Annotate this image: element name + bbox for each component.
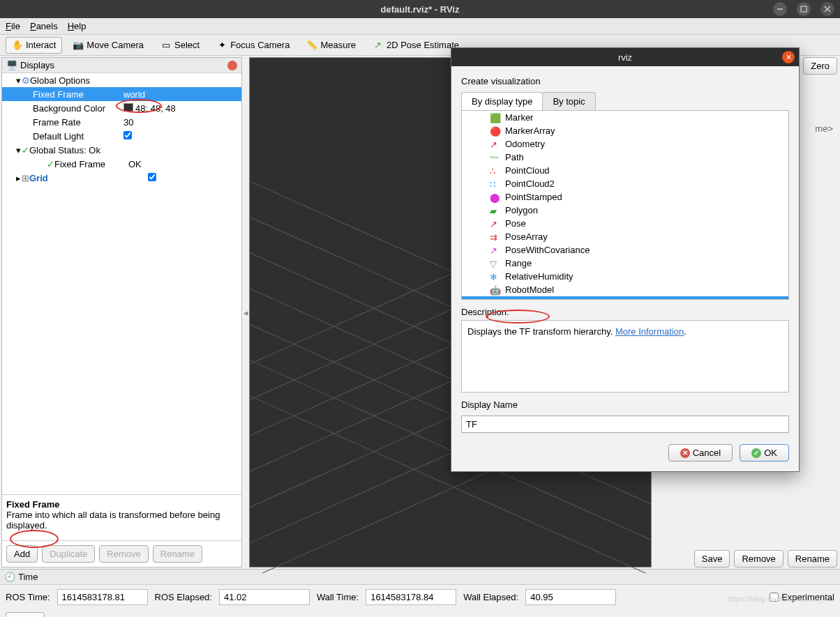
more-information-link[interactable]: More Information xyxy=(615,326,684,337)
type-label: PoseArray xyxy=(505,231,548,242)
crosshair-icon: ✦ xyxy=(216,40,227,51)
fixed-frame-value[interactable]: world xyxy=(123,89,241,100)
arrow-icon: ↗ xyxy=(373,40,384,51)
panel-close-button[interactable] xyxy=(227,61,237,70)
ros-time-input[interactable] xyxy=(57,589,148,605)
tree-grid[interactable]: Grid xyxy=(29,173,148,183)
select-icon: ▭ xyxy=(160,40,172,51)
type-label: PointCloud xyxy=(505,165,550,176)
display-type-item[interactable]: ↗PoseWithCovariance xyxy=(462,243,788,257)
camera-icon: 📷 xyxy=(73,40,84,51)
display-type-item[interactable]: ∴PointCloud xyxy=(462,164,788,177)
zero-button[interactable]: Zero xyxy=(803,57,837,75)
tree-bg-color[interactable]: Background Color xyxy=(33,103,123,114)
display-name-input[interactable] xyxy=(461,416,789,433)
description-label: Description: xyxy=(461,307,789,317)
display-type-item[interactable]: ⬤PointStamped xyxy=(462,190,788,204)
type-label: Marker xyxy=(505,112,533,123)
display-type-item[interactable]: ❄RelativeHumidity xyxy=(462,270,788,283)
type-icon: ▰ xyxy=(490,206,500,215)
ruler-icon: 📏 xyxy=(306,40,317,51)
splitter[interactable]: ◂ xyxy=(243,56,248,569)
display-type-item[interactable]: ∷PointCloud2 xyxy=(462,177,788,190)
tab-by-display-type[interactable]: By display type xyxy=(461,92,543,110)
display-type-item[interactable]: ↗Odometry xyxy=(462,137,788,151)
window-title: default.rviz* - RViz xyxy=(381,4,460,15)
views-save-button[interactable]: Save xyxy=(694,550,730,568)
svg-rect-1 xyxy=(801,6,807,12)
type-label: MarkerArray xyxy=(505,125,555,136)
views-rename-button[interactable]: Rename xyxy=(788,550,837,568)
wall-elapsed-input[interactable] xyxy=(525,589,616,605)
display-type-list[interactable]: 🟩Marker🔴MarkerArray↗Odometry〰Path∴PointC… xyxy=(461,110,789,300)
pointer-icon: ✋ xyxy=(12,40,23,51)
tool-measure[interactable]: 📏 Measure xyxy=(300,37,362,54)
tool-interact[interactable]: ✋ Interact xyxy=(6,37,62,54)
default-light-checkbox[interactable] xyxy=(123,131,132,139)
time-title: Time xyxy=(18,572,38,582)
display-type-item[interactable]: 🔴MarkerArray xyxy=(462,124,788,137)
grid-checkbox[interactable] xyxy=(148,173,156,181)
tool-select[interactable]: ▭ Select xyxy=(154,37,206,54)
tree-fixed-frame[interactable]: Fixed Frame xyxy=(33,89,123,100)
menu-file[interactable]: File xyxy=(6,21,20,31)
tree-global-status[interactable]: Global Status: Ok xyxy=(29,145,148,155)
ok-button[interactable]: ✓OK xyxy=(740,444,789,462)
display-name-label: Display Name xyxy=(461,399,789,410)
tree-frame-rate[interactable]: Frame Rate xyxy=(33,117,123,128)
dialog-close-button[interactable]: ✕ xyxy=(782,51,795,63)
type-label: Polygon xyxy=(505,205,538,215)
expander[interactable]: ▾ xyxy=(15,75,22,86)
cancel-icon: ✕ xyxy=(680,448,690,458)
duplicate-button[interactable]: Duplicate xyxy=(42,545,95,563)
tree-status-ff[interactable]: Fixed Frame xyxy=(54,159,128,169)
tool-move-camera[interactable]: 📷 Move Camera xyxy=(66,37,150,54)
display-type-item[interactable]: ⇉PoseArray xyxy=(462,230,788,243)
tree-global-options[interactable]: Global Options xyxy=(30,75,149,86)
rename-button[interactable]: Rename xyxy=(153,545,202,563)
close-button[interactable] xyxy=(820,2,834,16)
create-visualization-label: Create visualization xyxy=(461,76,789,86)
expander[interactable]: ▾ xyxy=(15,145,22,155)
minimize-button[interactable] xyxy=(773,2,787,16)
frame-hint-text: me> xyxy=(815,123,837,134)
gear-icon: ⚙ xyxy=(22,75,30,86)
add-button[interactable]: Add xyxy=(6,545,38,563)
display-type-item[interactable]: 🟩Marker xyxy=(462,111,788,124)
type-icon: 🔴 xyxy=(490,126,500,136)
display-type-item[interactable]: ▽Range xyxy=(462,257,788,270)
type-label: Odometry xyxy=(505,139,545,149)
remove-button[interactable]: Remove xyxy=(99,545,148,563)
display-type-item[interactable]: 〰Path xyxy=(462,151,788,164)
menubar: File Panels Help xyxy=(0,18,840,35)
displays-tree[interactable]: ▾ ⚙ Global Options Fixed Frame world Bac… xyxy=(2,73,241,494)
dialog-titlebar[interactable]: rviz ✕ xyxy=(451,48,799,66)
type-icon: ⇉ xyxy=(490,232,500,242)
tool-focus-camera[interactable]: ✦ Focus Camera xyxy=(210,37,296,54)
menu-panels[interactable]: Panels xyxy=(30,21,58,31)
display-type-item[interactable]: ▰Polygon xyxy=(462,204,788,217)
description-box: Displays the TF transform hierarchy. Mor… xyxy=(461,320,789,393)
display-type-item[interactable]: ╳TF xyxy=(462,296,788,300)
experimental-checkbox[interactable] xyxy=(770,593,779,602)
display-type-item[interactable]: 🤖RobotModel xyxy=(462,283,788,296)
views-remove-button[interactable]: Remove xyxy=(734,550,783,568)
wall-time-input[interactable] xyxy=(366,589,456,605)
experimental-label[interactable]: Experimental xyxy=(770,592,834,602)
menu-help[interactable]: Help xyxy=(68,21,87,31)
cancel-button[interactable]: ✕Cancel xyxy=(668,444,733,462)
expander[interactable]: ▸ xyxy=(15,173,22,183)
display-type-item[interactable]: ↗Pose xyxy=(462,217,788,230)
maximize-button[interactable] xyxy=(797,2,811,16)
type-label: RelativeHumidity xyxy=(505,271,573,282)
tree-default-light[interactable]: Default Light xyxy=(33,131,123,142)
reset-button[interactable]: Reset xyxy=(6,612,45,617)
type-label: RobotModel xyxy=(505,284,554,295)
ros-elapsed-input[interactable] xyxy=(219,589,310,605)
time-panel: 🕘 Time ROS Time: ROS Elapsed: Wall Time:… xyxy=(0,569,840,617)
type-icon: ∴ xyxy=(490,166,500,176)
create-visualization-dialog: rviz ✕ Create visualization By display t… xyxy=(451,47,800,472)
ok-icon: ✓ xyxy=(751,448,761,458)
tab-by-topic[interactable]: By topic xyxy=(542,92,595,110)
type-icon: ⬤ xyxy=(490,192,500,202)
